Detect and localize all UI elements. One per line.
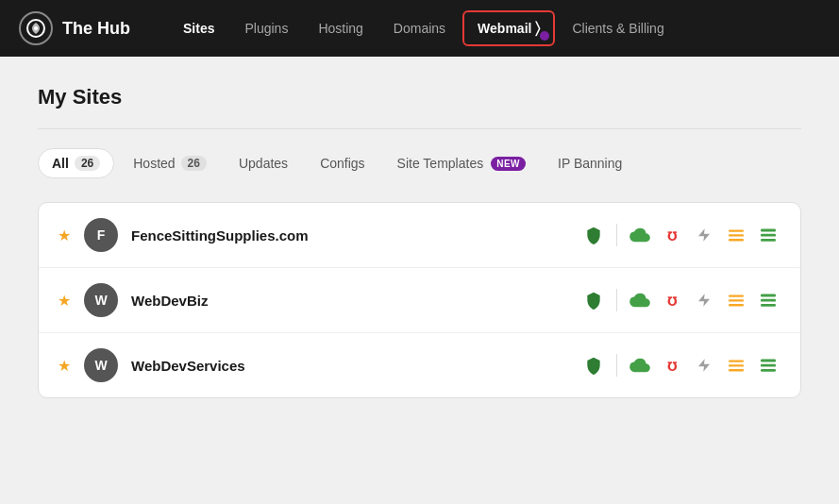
shield-icon[interactable] [580,222,607,248]
bolt-icon[interactable] [691,352,717,378]
webmail-notification-dot [540,31,549,41]
page-title: My Sites [38,85,801,109]
filter-tab-configs[interactable]: Configs [307,149,378,177]
star-icon[interactable]: ★ [58,227,71,244]
svg-rect-9 [729,299,744,301]
filter-tab-updates[interactable]: Updates [226,149,301,177]
logo-icon [19,11,53,45]
shield-icon[interactable] [580,287,607,313]
nav-item-sites[interactable]: Sites [170,13,227,43]
action-divider [616,289,617,311]
divider [38,128,801,129]
all-count: 26 [75,156,100,171]
svg-rect-15 [729,364,744,366]
menu-icon[interactable] [755,222,781,248]
defender-icon[interactable]: ʊ [659,352,685,378]
filter-tab-all[interactable]: All 26 [38,148,114,178]
svg-rect-10 [729,304,744,306]
svg-rect-19 [761,369,776,372]
header: The Hub Sites Plugins Hosting Domains We… [0,0,839,57]
svg-rect-16 [729,369,744,371]
main-nav: Sites Plugins Hosting Domains Webmail 〉 … [170,10,820,46]
layers-icon[interactable] [723,352,749,378]
menu-icon[interactable] [755,352,781,378]
cloud-icon[interactable] [627,287,653,313]
table-row: ★ F FenceSittingSupplies.com ʊ [39,203,800,268]
nav-item-hosting[interactable]: Hosting [305,13,376,43]
avatar: W [84,348,118,382]
svg-point-1 [34,26,38,30]
cloud-icon[interactable] [627,222,653,248]
site-actions: ʊ [580,352,781,378]
star-icon[interactable]: ★ [58,292,71,310]
svg-rect-13 [761,304,776,307]
filter-tab-ip-banning[interactable]: IP Banning [545,149,635,177]
site-actions: ʊ [580,287,781,313]
defender-icon[interactable]: ʊ [659,287,685,313]
svg-rect-6 [761,234,776,237]
svg-rect-8 [729,294,744,296]
cloud-icon[interactable] [627,352,653,378]
filter-tab-hosted[interactable]: Hosted 26 [120,149,220,177]
svg-rect-7 [761,239,776,242]
svg-rect-12 [761,299,776,302]
svg-rect-17 [761,360,776,362]
site-name[interactable]: WebDevBiz [131,293,567,309]
svg-rect-2 [729,229,744,231]
filter-tab-site-templates[interactable]: Site Templates NEW [384,149,539,177]
nav-item-plugins[interactable]: Plugins [231,13,301,43]
svg-rect-11 [761,294,776,297]
logo-area: The Hub [19,11,142,45]
defender-icon[interactable]: ʊ [659,222,685,248]
filter-tabs: All 26 Hosted 26 Updates Configs Site Te… [38,148,801,178]
site-name[interactable]: WebDevServices [131,358,567,374]
nav-item-domains[interactable]: Domains [380,13,459,43]
svg-rect-18 [761,364,776,367]
bolt-icon[interactable] [691,222,717,248]
main-content: My Sites All 26 Hosted 26 Updates Config… [0,57,839,427]
logo-text: The Hub [62,19,130,39]
svg-rect-4 [729,239,744,241]
table-row: ★ W WebDevBiz ʊ [39,268,800,333]
svg-rect-14 [729,360,744,361]
layers-icon[interactable] [723,222,749,248]
site-actions: ʊ [580,222,781,248]
svg-rect-3 [729,234,744,236]
action-divider [616,354,617,377]
hosted-count: 26 [181,156,207,171]
avatar: F [84,218,118,252]
layers-icon[interactable] [723,287,749,313]
nav-item-clients-billing[interactable]: Clients & Billing [559,13,677,43]
action-divider [616,224,617,246]
avatar: W [84,283,118,317]
bolt-icon[interactable] [691,287,717,313]
star-icon[interactable]: ★ [58,357,71,375]
shield-icon[interactable] [580,352,607,378]
new-badge: NEW [491,157,526,171]
svg-rect-5 [761,229,776,232]
table-row: ★ W WebDevServices ʊ [39,333,800,397]
nav-item-webmail[interactable]: Webmail 〉 [462,10,555,46]
sites-list: ★ F FenceSittingSupplies.com ʊ [38,202,801,398]
menu-icon[interactable] [755,287,781,313]
site-name[interactable]: FenceSittingSupplies.com [131,227,567,244]
